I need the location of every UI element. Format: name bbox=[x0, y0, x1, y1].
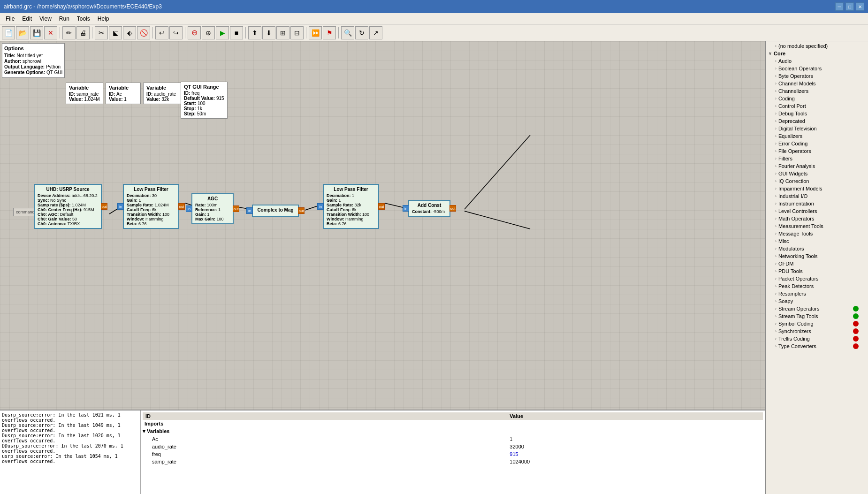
arrow-button[interactable]: ↗ bbox=[369, 26, 382, 39]
core-item-10[interactable]: ›Equalizers bbox=[766, 132, 868, 140]
variable-ac[interactable]: Variable ID: Ac Value: 1 bbox=[106, 83, 141, 104]
search-button[interactable]: 🔍 bbox=[341, 26, 354, 39]
core-item-30[interactable]: ›Peak Detectors bbox=[766, 282, 868, 290]
print-button[interactable]: 🖨 bbox=[76, 26, 90, 39]
core-item-21[interactable]: ›Math Operators bbox=[766, 215, 868, 222]
core-item-22[interactable]: ›Measurement Tools bbox=[766, 222, 868, 230]
item-label-24: Misc bbox=[778, 238, 789, 244]
core-item-17[interactable]: ›Impairment Models bbox=[766, 185, 868, 192]
item-chevron-2: › bbox=[775, 74, 777, 78]
core-item-0[interactable]: ›Audio bbox=[766, 57, 868, 65]
core-item-14[interactable]: ›Fourier Analysis bbox=[766, 162, 868, 170]
menu-item-view[interactable]: View bbox=[36, 15, 55, 23]
titlebar-title: airband.grc - /home/shay/a/sphorowi/Docu… bbox=[4, 3, 162, 10]
item-chevron-14: › bbox=[775, 164, 777, 168]
refresh-button[interactable]: ↻ bbox=[355, 26, 368, 39]
add-const-block[interactable]: Add Const Constant: -500m in out bbox=[408, 200, 450, 217]
menu-item-edit[interactable]: Edit bbox=[18, 15, 36, 23]
core-item-13[interactable]: ›Filters bbox=[766, 155, 868, 162]
connect-button[interactable]: ⊞ bbox=[276, 26, 289, 39]
core-item-26[interactable]: ›Networking Tools bbox=[766, 252, 868, 260]
core-item-33[interactable]: ›Stream Operators bbox=[766, 305, 868, 312]
minus-button[interactable]: ⊖ bbox=[188, 26, 201, 39]
core-item-16[interactable]: ›IQ Correction bbox=[766, 177, 868, 185]
core-item-3[interactable]: ›Channel Models bbox=[766, 80, 868, 87]
core-item-37[interactable]: ›Trellis Coding bbox=[766, 335, 868, 342]
core-item-5[interactable]: ›Coding bbox=[766, 95, 868, 102]
minimize-button[interactable]: ─ bbox=[835, 2, 844, 11]
core-item-34[interactable]: ›Stream Tag Tools bbox=[766, 312, 868, 320]
copy-button[interactable]: ⬕ bbox=[109, 26, 122, 39]
variable-samp-rate[interactable]: Variable ID: samp_rate Value: 1.024M bbox=[66, 83, 103, 104]
item-chevron-30: › bbox=[775, 284, 777, 289]
core-item-1[interactable]: ›Boolean Operators bbox=[766, 65, 868, 72]
menu-item-run[interactable]: Run bbox=[55, 15, 73, 23]
item-label-3: Channel Models bbox=[778, 81, 816, 86]
core-item-7[interactable]: ›Debug Tools bbox=[766, 110, 868, 117]
var-row-samp-rate: samp_rate 1024000 bbox=[143, 458, 763, 465]
core-item-36[interactable]: ›Synchronizers bbox=[766, 327, 868, 335]
canvas-area[interactable]: Options Title: Not titled yet Author: sp… bbox=[0, 41, 765, 494]
cut-button[interactable]: ✂ bbox=[95, 26, 108, 39]
item-chevron-33: › bbox=[775, 306, 777, 311]
down-button[interactable]: ⬇ bbox=[262, 26, 275, 39]
core-item-38[interactable]: ›Type Converters bbox=[766, 342, 868, 350]
core-item-6[interactable]: ›Control Port bbox=[766, 102, 868, 110]
play-button[interactable]: ▶ bbox=[216, 26, 229, 39]
lpf2-block[interactable]: Low Pass Filter Decimation: 1 Gain: 1 Sa… bbox=[323, 184, 379, 229]
agc-block[interactable]: AGC Rate: 100m Reference: 1 Gain: 1 Max … bbox=[191, 193, 234, 224]
redo-button[interactable]: ↪ bbox=[169, 26, 183, 39]
core-item-20[interactable]: ›Level Controllers bbox=[766, 207, 868, 215]
close-button[interactable]: ✕ bbox=[856, 2, 864, 11]
restore-button[interactable]: □ bbox=[845, 2, 854, 11]
variable-qt-gui-range[interactable]: QT GUI Range ID: freq Default Value: 915… bbox=[181, 82, 228, 119]
save-button[interactable]: 💾 bbox=[30, 26, 43, 39]
core-item-11[interactable]: ›Error Coding bbox=[766, 140, 868, 147]
core-item-31[interactable]: ›Resamplers bbox=[766, 290, 868, 297]
menu-item-help[interactable]: Help bbox=[94, 15, 113, 23]
lpf1-block[interactable]: Low Pass Filter Decimation: 30 Gain: 1 S… bbox=[123, 184, 179, 229]
complex-to-mag-block[interactable]: Complex to Mag in out bbox=[252, 205, 299, 217]
core-item-18[interactable]: ›Industrial I/O bbox=[766, 192, 868, 200]
core-item-25[interactable]: ›Modulators bbox=[766, 245, 868, 252]
forward-button[interactable]: ⏩ bbox=[309, 26, 322, 39]
core-item-15[interactable]: ›GUI Widgets bbox=[766, 170, 868, 177]
core-item-27[interactable]: ›OFDM bbox=[766, 260, 868, 267]
core-item-2[interactable]: ›Byte Operators bbox=[766, 72, 868, 80]
item-chevron-4: › bbox=[775, 89, 777, 93]
variable-audio-rate[interactable]: Variable ID: audio_rate Value: 32k bbox=[143, 83, 183, 104]
open-button[interactable]: 📂 bbox=[16, 26, 29, 39]
new-button[interactable]: 📄 bbox=[2, 26, 15, 39]
core-item-24[interactable]: ›Misc bbox=[766, 237, 868, 245]
core-item-19[interactable]: ›Instrumentation bbox=[766, 200, 868, 207]
core-item-8[interactable]: ›Deprecated bbox=[766, 117, 868, 125]
stop-button[interactable]: ■ bbox=[230, 26, 243, 39]
core-item-9[interactable]: ›Digital Television bbox=[766, 125, 868, 132]
core-section-header[interactable]: ∨ Core bbox=[766, 50, 868, 57]
disconnect-button[interactable]: ⊟ bbox=[290, 26, 304, 39]
edit-button[interactable]: ✏ bbox=[62, 26, 76, 39]
status-dot-36 bbox=[853, 328, 859, 334]
menu-item-file[interactable]: File bbox=[2, 15, 18, 23]
undo-button[interactable]: ↩ bbox=[155, 26, 168, 39]
menu-item-tools[interactable]: Tools bbox=[73, 15, 94, 23]
paste-button[interactable]: ⬖ bbox=[123, 26, 136, 39]
up-button[interactable]: ⬆ bbox=[248, 26, 261, 39]
core-item-4[interactable]: ›Channelizers bbox=[766, 87, 868, 95]
flag-button[interactable]: ⚑ bbox=[323, 26, 336, 39]
core-item-23[interactable]: ›Message Tools bbox=[766, 230, 868, 237]
core-item-35[interactable]: ›Symbol Coding bbox=[766, 320, 868, 327]
core-item-28[interactable]: ›PDU Tools bbox=[766, 267, 868, 275]
usrp-source-block[interactable]: UHD: USRP Source Device Address: addr...… bbox=[34, 184, 102, 229]
delete-button[interactable]: 🚫 bbox=[137, 26, 150, 39]
core-item-12[interactable]: ›File Operators bbox=[766, 147, 868, 155]
titlebar-controls[interactable]: ─ □ ✕ bbox=[835, 2, 864, 11]
item-label-1: Boolean Operators bbox=[778, 66, 822, 71]
close-file-button[interactable]: ✕ bbox=[44, 26, 57, 39]
item-label-29: Packet Operators bbox=[778, 276, 819, 281]
core-item-29[interactable]: ›Packet Operators bbox=[766, 275, 868, 282]
core-item-32[interactable]: ›Soapy bbox=[766, 297, 868, 305]
item-chevron-9: › bbox=[775, 126, 777, 131]
rotate-button[interactable]: ⊕ bbox=[202, 26, 215, 39]
no-module-item[interactable]: › (no module specified) bbox=[766, 42, 868, 50]
